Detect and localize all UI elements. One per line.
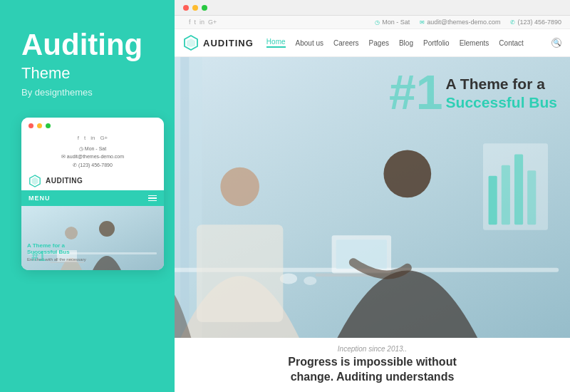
mobile-social-t: t	[84, 135, 86, 141]
topbar-email: ✉ audit@themes-demo.com	[420, 19, 500, 26]
svg-marker-9	[187, 38, 195, 47]
site-logo-hex-icon	[183, 35, 199, 51]
browser-dot-yellow[interactable]	[192, 5, 198, 11]
clock-icon: ◷	[375, 19, 380, 26]
search-icon[interactable]: 🔍	[551, 38, 561, 48]
mobile-hours: ◷ Mon - Sat	[21, 145, 164, 153]
topbar-phone: ✆ (123) 456-7890	[510, 19, 561, 26]
nav-link-blog[interactable]: Blog	[399, 39, 413, 47]
topbar-social-g[interactable]: G+	[208, 19, 217, 26]
mobile-email: ✉ audit@themes-demo.com	[21, 153, 164, 160]
svg-point-15	[304, 277, 316, 285]
site-logo-text: AUDITING	[203, 38, 254, 48]
svg-rect-7	[50, 262, 84, 263]
phone-icon: ✆	[510, 19, 515, 26]
svg-point-19	[220, 167, 259, 207]
browser-content: f t in G+ ◷ Mon - Sat ✉ audit@themes-dem…	[175, 16, 570, 392]
browser-dot-red[interactable]	[183, 5, 189, 11]
site-tagline: Inception since 2013.. Progress is impos…	[175, 338, 570, 392]
nav-link-home[interactable]: Home	[266, 38, 286, 48]
topbar-hours: ◷ Mon - Sat	[375, 19, 410, 26]
nav-links: Home About us Careers Pages Blog Portfol…	[266, 38, 551, 48]
mobile-hamburger-icon[interactable]	[148, 195, 157, 202]
site-topbar: f t in G+ ◷ Mon - Sat ✉ audit@themes-dem…	[175, 16, 570, 29]
nav-link-contact[interactable]: Contact	[499, 39, 523, 47]
hero-text-overlay: #1 A Theme for a Successful Bus	[389, 68, 557, 116]
site-nav: AUDITING Home About us Careers Pages Blo…	[175, 29, 570, 57]
theme-title: Auditing	[21, 29, 153, 61]
mobile-hero-image: #1 A Theme for a Successful Bus Enriched…	[21, 206, 164, 270]
site-topbar-social: f t in G+	[189, 19, 217, 26]
mobile-menu-label: MENU	[28, 195, 51, 202]
mobile-dot-yellow	[37, 123, 42, 128]
nav-link-portfolio[interactable]: Portfolio	[423, 39, 450, 47]
mobile-logo-row: AUDITING	[21, 170, 164, 190]
svg-point-5	[99, 221, 115, 237]
mobile-hero-text-block: #1 A Theme for a Successful Bus Enriched…	[27, 242, 86, 262]
right-panel: f t in G+ ◷ Mon - Sat ✉ audit@themes-dem…	[175, 0, 570, 392]
nav-link-elements[interactable]: Elements	[460, 39, 489, 47]
topbar-social-f[interactable]: f	[189, 19, 191, 26]
mobile-social-in: in	[90, 135, 95, 141]
email-icon: ✉	[420, 19, 425, 26]
topbar-social-t[interactable]: t	[195, 19, 197, 26]
left-panel: Auditing Theme By designthemes f t in G+…	[0, 0, 175, 392]
svg-rect-25	[502, 165, 510, 225]
site-logo: AUDITING	[183, 35, 254, 51]
mobile-dots	[21, 118, 164, 133]
hero-heading-line1: A Theme for a	[446, 75, 557, 93]
tagline-main: Progress is impossible without change. A…	[189, 355, 556, 385]
svg-rect-12	[180, 57, 189, 338]
svg-marker-1	[32, 177, 38, 185]
mobile-phone: ✆ (123) 456-7890	[21, 161, 164, 169]
mobile-social-row: f t in G+	[21, 133, 164, 143]
browser-dot-green[interactable]	[202, 5, 207, 11]
mobile-social-f: f	[78, 135, 79, 141]
hero-number: #1	[389, 68, 443, 116]
svg-rect-27	[527, 170, 536, 225]
nav-link-about[interactable]: About us	[296, 39, 323, 47]
mobile-logo-hex-icon	[28, 175, 41, 187]
mobile-dot-green	[46, 123, 51, 128]
svg-point-4	[65, 227, 78, 239]
browser-chrome	[175, 0, 570, 16]
svg-rect-26	[514, 155, 523, 225]
svg-point-21	[383, 150, 431, 197]
site-hero: #1 A Theme for a Successful Bus	[175, 57, 570, 338]
theme-by: By designthemes	[21, 87, 153, 98]
nav-link-pages[interactable]: Pages	[369, 39, 389, 47]
nav-link-careers[interactable]: Careers	[333, 39, 359, 47]
mobile-info: ◷ Mon - Sat ✉ audit@themes-demo.com ✆ (1…	[21, 143, 164, 170]
tagline-inception: Inception since 2013..	[189, 345, 556, 353]
hero-heading-line2: Successful Bus	[446, 93, 557, 112]
svg-rect-24	[489, 176, 497, 225]
theme-subtitle: Theme	[21, 64, 153, 83]
mobile-mockup: f t in G+ ◷ Mon - Sat ✉ audit@themes-dem…	[21, 118, 164, 270]
mobile-logo-text: AUDITING	[46, 177, 83, 185]
svg-rect-20	[197, 225, 283, 322]
mobile-hero-number: #1	[31, 249, 46, 264]
mobile-dot-red	[28, 123, 33, 128]
mobile-social-g: G+	[100, 135, 108, 141]
mobile-menu-bar[interactable]: MENU	[21, 190, 164, 206]
topbar-social-in[interactable]: in	[200, 19, 204, 26]
